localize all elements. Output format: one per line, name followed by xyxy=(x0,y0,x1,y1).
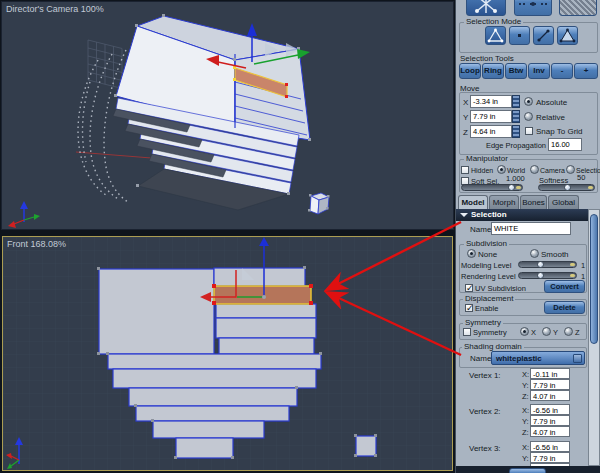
manipulator-label: Manipulator xyxy=(464,155,510,163)
tab-model[interactable]: Model xyxy=(458,195,488,209)
soft-sel-slider[interactable] xyxy=(461,184,523,191)
shading-domain-value: whiteplastic xyxy=(496,354,542,363)
name-input[interactable]: WHITE xyxy=(491,222,571,235)
hidden-label[interactable]: Hidden xyxy=(471,166,493,175)
rendering-level-slider[interactable] xyxy=(518,272,577,279)
displacement-label: Displacement xyxy=(463,295,515,303)
shading-domain-label: Shading domain xyxy=(462,343,524,351)
viewport-title[interactable]: Director's Camera 100% xyxy=(6,4,104,14)
uv-subdivision-checkbox[interactable] xyxy=(465,284,473,292)
mode-volume-button[interactable] xyxy=(485,26,506,45)
perspective-scene xyxy=(2,2,453,229)
tab-morph[interactable]: Morph xyxy=(489,195,519,209)
snap-to-grid-checkbox[interactable] xyxy=(525,127,533,135)
scrollbar-thumb[interactable] xyxy=(590,214,598,344)
btw-button[interactable]: Btw xyxy=(505,63,527,79)
move-x-input[interactable]: -3.34 in xyxy=(470,95,512,108)
vertex3-label: Vertex 3: xyxy=(469,444,501,453)
inv-button[interactable]: Inv xyxy=(528,63,550,79)
softness-slider[interactable] xyxy=(538,184,595,191)
vertex1-y-input[interactable]: 7.79 in xyxy=(530,379,570,390)
modeling-level-label: Modeling Level xyxy=(461,261,511,270)
delete-button[interactable]: Delete xyxy=(544,301,585,314)
vertex2-y-input[interactable]: 7.79 in xyxy=(530,415,570,426)
world-radio[interactable] xyxy=(497,165,506,174)
selection-radio[interactable] xyxy=(566,165,575,174)
slider-thumb[interactable] xyxy=(537,272,544,279)
subdivision-smooth-radio[interactable] xyxy=(530,249,539,258)
relative-label[interactable]: Relative xyxy=(536,113,565,122)
ring-button[interactable]: Ring xyxy=(482,63,504,79)
vertex1-z-input[interactable]: 4.07 in xyxy=(530,390,570,401)
selection-section-header[interactable]: Selection xyxy=(456,209,589,221)
panel-scrollbar[interactable] xyxy=(588,209,600,466)
slider-thumb[interactable] xyxy=(537,261,544,268)
shrink-button[interactable]: - xyxy=(551,63,573,79)
tab-global[interactable]: Global xyxy=(548,195,579,209)
vertex2-z-input[interactable]: 4.07 in xyxy=(530,426,570,437)
subdivision-smooth-label[interactable]: Smooth xyxy=(541,250,569,259)
polygons-icon xyxy=(558,27,577,44)
move-y-input[interactable]: 7.79 in xyxy=(470,110,512,123)
mode-edges-button[interactable] xyxy=(533,26,554,45)
edge-propagation-input[interactable]: 16.00 xyxy=(548,138,582,151)
vertex1-x-input[interactable]: -0.11 in xyxy=(530,368,570,379)
name-label: Name xyxy=(470,225,491,234)
symmetry-z-label[interactable]: Z xyxy=(575,328,580,337)
snap-to-grid-label[interactable]: Snap To Grid xyxy=(536,127,583,136)
symmetry-label: Symmetry xyxy=(463,319,503,327)
symmetry-z-radio[interactable] xyxy=(564,327,573,336)
tool-button-pattern[interactable] xyxy=(559,0,597,16)
viewport-title[interactable]: Front 168.08% xyxy=(7,239,66,249)
uv-subdivision-label[interactable]: UV Subdivision xyxy=(475,284,526,293)
symmetry-x-radio[interactable] xyxy=(520,327,529,336)
vertex2-x-input[interactable]: -6.56 in xyxy=(530,404,570,415)
move-x-label: X xyxy=(463,98,468,107)
move-x-stepper[interactable] xyxy=(512,95,520,108)
rendering-level-label: Rendering Level xyxy=(461,272,516,281)
tool-button-points[interactable] xyxy=(514,0,552,16)
shading-domain-dropdown[interactable]: whiteplastic xyxy=(491,351,585,365)
absolute-radio[interactable] xyxy=(524,97,533,106)
relative-radio[interactable] xyxy=(524,112,533,121)
move-y-stepper[interactable] xyxy=(512,110,520,123)
mode-points-button[interactable] xyxy=(509,26,530,45)
convert-button[interactable]: Convert xyxy=(544,280,585,293)
grow-button[interactable]: + xyxy=(574,63,598,79)
model-mesh[interactable] xyxy=(113,16,310,210)
camera-radio[interactable] xyxy=(530,165,539,174)
loop-button[interactable]: Loop xyxy=(459,63,481,79)
displacement-enable-checkbox[interactable] xyxy=(465,304,473,312)
move-z-input[interactable]: 4.64 in xyxy=(470,125,512,138)
dropdown-arrow-icon[interactable] xyxy=(573,354,582,363)
small-cube[interactable] xyxy=(308,193,330,214)
tool-button-wireframe[interactable] xyxy=(466,0,506,16)
symmetry-checkbox[interactable] xyxy=(463,328,471,336)
symmetry-checkbox-label[interactable]: Symmetry xyxy=(473,328,507,337)
points-row-icon xyxy=(515,0,551,15)
viewport-directors-camera[interactable]: Director's Camera 100% xyxy=(1,1,454,230)
tab-bones[interactable]: Bones xyxy=(520,195,547,209)
shading-name-label: Name xyxy=(470,354,491,363)
vertex3-x-input[interactable]: -6.56 in xyxy=(530,441,570,452)
symmetry-x-label[interactable]: X xyxy=(531,328,536,337)
mode-polygons-button[interactable] xyxy=(557,26,578,45)
slider-thumb[interactable] xyxy=(564,184,571,191)
symmetry-y-label[interactable]: Y xyxy=(553,328,558,337)
vertex3-y-input[interactable]: 7.79 in xyxy=(530,452,570,463)
absolute-label[interactable]: Absolute xyxy=(536,98,567,107)
partial-bottom-button[interactable] xyxy=(509,468,546,473)
slider-thumb[interactable] xyxy=(508,184,515,191)
camera-label[interactable]: Camera xyxy=(540,166,565,175)
point-cloud xyxy=(78,50,128,202)
hidden-checkbox[interactable] xyxy=(461,166,469,174)
displacement-enable-label[interactable]: Enable xyxy=(475,304,498,313)
subdivision-none-label[interactable]: None xyxy=(478,250,497,259)
move-z-stepper[interactable] xyxy=(512,125,520,138)
viewport-front[interactable]: Front 168.08% xyxy=(2,236,453,471)
symmetry-y-radio[interactable] xyxy=(542,327,551,336)
wireframe-icon xyxy=(467,0,505,15)
selected-face[interactable] xyxy=(212,284,313,305)
subdivision-none-radio[interactable] xyxy=(467,249,476,258)
modeling-level-slider[interactable] xyxy=(518,261,577,268)
